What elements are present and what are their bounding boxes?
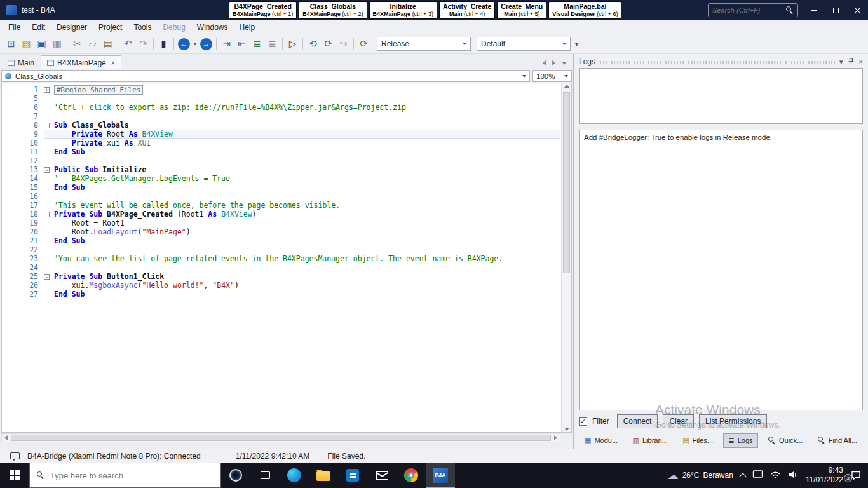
menu-edit[interactable]: Edit bbox=[26, 22, 51, 33]
bookmark-tab[interactable]: Activity_CreateMain (ctrl + 4) bbox=[439, 1, 495, 18]
horizontal-scrollbar-thumb[interactable] bbox=[11, 435, 551, 441]
taskbar-clock[interactable]: 9:43 11/01/2022 bbox=[806, 466, 843, 485]
vertical-scrollbar[interactable] bbox=[561, 83, 571, 432]
mail-button[interactable] bbox=[367, 463, 397, 488]
code-line[interactable]: 11End Sub bbox=[2, 147, 571, 156]
tablet-icon[interactable] bbox=[752, 470, 763, 481]
indent-icon[interactable]: ⇥ bbox=[219, 36, 234, 51]
bookmark-tab[interactable]: MainPage.balVisual Designer (ctrl + 6) bbox=[548, 1, 621, 18]
fold-toggle-icon[interactable]: - bbox=[44, 123, 50, 128]
file-explorer-button[interactable] bbox=[309, 463, 338, 488]
code-line[interactable]: 17'This event will be called once, befor… bbox=[2, 201, 571, 210]
code-line[interactable]: 22 bbox=[2, 245, 571, 254]
bookmark-tab[interactable]: Create_MenuMain (ctrl + 5) bbox=[497, 1, 546, 18]
task-view-button[interactable] bbox=[250, 463, 280, 488]
tool-tab-modu[interactable]: ▦Modu... bbox=[580, 434, 622, 447]
code-line[interactable]: 16 bbox=[2, 192, 571, 201]
taskbar-search-input[interactable] bbox=[50, 471, 214, 480]
code-line[interactable]: 10 Private xui As XUI bbox=[2, 139, 571, 147]
menu-debug[interactable]: Debug bbox=[157, 22, 191, 33]
close-button[interactable] bbox=[846, 0, 868, 20]
scroll-right-icon[interactable] bbox=[554, 435, 557, 440]
new-item-icon[interactable]: ⊞ bbox=[4, 36, 18, 51]
minimize-button[interactable] bbox=[803, 0, 825, 20]
code-line[interactable]: 23'You can see the list of page related … bbox=[2, 254, 571, 263]
tool-tab-logs[interactable]: ≣Logs bbox=[723, 433, 757, 448]
tool-tab-quick[interactable]: Quick... bbox=[764, 434, 807, 447]
edge-app-button[interactable] bbox=[280, 463, 309, 488]
code-line[interactable]: 9 Private Root As B4XView bbox=[2, 130, 571, 139]
code-line[interactable]: 5 bbox=[2, 94, 571, 103]
back-history-dropdown-icon[interactable]: ▾ bbox=[192, 36, 198, 51]
profile-dropdown[interactable]: Default bbox=[477, 37, 571, 51]
resume-icon[interactable]: ⟲ bbox=[306, 36, 320, 51]
pin-icon[interactable] bbox=[848, 58, 855, 65]
bookmark-tab[interactable]: Class_GlobalsB4XMainPage (ctrl + 2) bbox=[299, 1, 367, 18]
title-search-box[interactable] bbox=[708, 3, 798, 17]
code-line[interactable]: 26 xui.MsgboxAsync("Hello world!", "B4X"… bbox=[2, 281, 571, 290]
code-line[interactable]: 8-Sub Class_Globals bbox=[2, 121, 571, 130]
code-line[interactable]: 21End Sub bbox=[2, 236, 571, 245]
outdent-icon[interactable]: ⇤ bbox=[234, 36, 249, 51]
code-line[interactable]: 15End Sub bbox=[2, 183, 571, 192]
close-panel-icon[interactable]: × bbox=[859, 58, 863, 65]
step-into-icon[interactable]: ↪ bbox=[336, 36, 351, 51]
menu-designer[interactable]: Designer bbox=[51, 22, 93, 33]
title-search-input[interactable] bbox=[712, 6, 786, 14]
code-line[interactable]: 27End Sub bbox=[2, 290, 571, 299]
menu-file[interactable]: File bbox=[3, 22, 26, 33]
scroll-up-icon[interactable] bbox=[564, 85, 569, 88]
code-line[interactable]: 24 bbox=[2, 263, 571, 272]
code-line[interactable]: 19 Root = Root1 bbox=[2, 219, 571, 227]
paste-icon[interactable]: ▤ bbox=[100, 36, 115, 51]
menu-help[interactable]: Help bbox=[234, 22, 261, 33]
tab-main[interactable]: Main bbox=[1, 55, 41, 69]
fold-toggle-icon[interactable]: - bbox=[44, 167, 50, 173]
code-line[interactable]: 6'Ctrl + click to export as zip: ide://r… bbox=[2, 103, 571, 112]
code-line[interactable]: 14' B4XPages.GetManager.LogEvents = True bbox=[2, 174, 571, 183]
tool-tab-findall[interactable]: Find All... bbox=[813, 434, 862, 447]
code-line[interactable]: 12 bbox=[2, 156, 571, 165]
connect-button[interactable]: Connect bbox=[617, 414, 658, 428]
toolbar-overflow-icon[interactable]: ▾ bbox=[575, 41, 578, 48]
log-filter-box[interactable] bbox=[579, 68, 863, 124]
tool-tab-librari[interactable]: ▥Librari... bbox=[628, 434, 672, 447]
horizontal-scrollbar[interactable] bbox=[1, 433, 560, 442]
code-line[interactable]: 20 Root.LoadLayout("MainPage") bbox=[2, 227, 571, 236]
uncomment-icon[interactable]: ≣ bbox=[265, 36, 280, 51]
weather-widget[interactable]: ☁ 26°C Berawan bbox=[668, 469, 733, 482]
action-center-button[interactable]: 3 bbox=[850, 470, 862, 480]
list-permissions-button[interactable]: List Permissions bbox=[699, 414, 767, 428]
scroll-down-icon[interactable] bbox=[564, 428, 569, 431]
member-navigation-dropdown[interactable]: Class_Globals bbox=[1, 70, 530, 82]
clear-button[interactable]: Clear bbox=[663, 414, 694, 428]
save-icon[interactable]: ▣ bbox=[34, 36, 49, 51]
zoom-dropdown[interactable]: 100% bbox=[532, 70, 572, 82]
chrome-button[interactable] bbox=[397, 463, 426, 488]
code-editor[interactable]: 1+#Region Shared Files56'Ctrl + click to… bbox=[1, 83, 572, 433]
code-line[interactable]: 18-Private Sub B4XPage_Created (Root1 As… bbox=[2, 210, 571, 219]
scroll-left-icon[interactable] bbox=[4, 435, 8, 440]
panel-menu-icon[interactable]: ▾ bbox=[839, 58, 843, 66]
code-line[interactable]: 7 bbox=[2, 112, 571, 121]
bookmark-tab[interactable]: InitializeB4XMainPage (ctrl + 3) bbox=[369, 1, 437, 18]
copy-icon[interactable]: ▱ bbox=[85, 36, 100, 51]
code-line[interactable]: 25-Private Sub Button1_Click bbox=[2, 272, 571, 281]
redo-icon[interactable]: ↷ bbox=[136, 36, 151, 51]
fold-toggle-icon[interactable]: - bbox=[44, 212, 50, 217]
scroll-tabs-left-icon[interactable] bbox=[543, 60, 546, 65]
save-all-icon[interactable]: ▥ bbox=[50, 36, 64, 51]
taskbar-search-box[interactable] bbox=[29, 463, 221, 488]
vertical-scrollbar-thumb[interactable] bbox=[563, 92, 570, 273]
cut-icon[interactable]: ✂ bbox=[70, 36, 85, 51]
wifi-icon[interactable] bbox=[770, 470, 781, 481]
store-button[interactable] bbox=[338, 463, 367, 488]
open-project-icon[interactable]: ▨ bbox=[19, 36, 34, 51]
menu-project[interactable]: Project bbox=[93, 22, 128, 33]
maximize-button[interactable] bbox=[825, 0, 846, 20]
run-icon[interactable]: ▷ bbox=[285, 36, 300, 51]
menu-tools[interactable]: Tools bbox=[128, 22, 157, 33]
scroll-tabs-right-icon[interactable] bbox=[552, 60, 555, 65]
bookmark-tab[interactable]: B4XPage_CreatedB4XMainPage (ctrl + 1) bbox=[229, 1, 297, 18]
fold-toggle-icon[interactable]: + bbox=[44, 87, 50, 93]
